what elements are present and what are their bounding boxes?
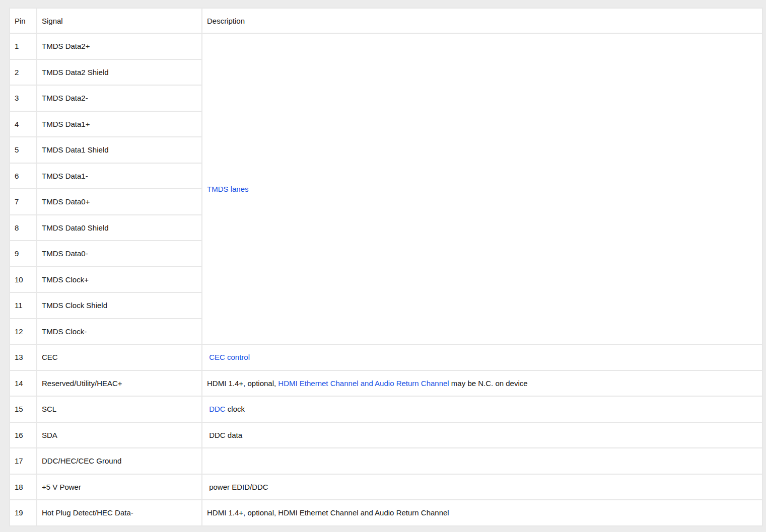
pin-cell: 4	[10, 111, 37, 137]
table-row: 14Reserved/Utility/HEAC+HDMI 1.4+, optio…	[10, 370, 762, 397]
signal-cell: TMDS Data0+	[37, 189, 202, 215]
description-cell: power EDID/DDC	[202, 474, 762, 500]
column-header-description: Description	[202, 8, 762, 33]
pin-cell: 8	[10, 215, 37, 241]
signal-cell: TMDS Data0-	[37, 241, 202, 267]
table-row: 19Hot Plug Detect/HEC Data-HDMI 1.4+, op…	[10, 500, 762, 526]
pin-cell: 16	[10, 422, 37, 448]
signal-cell: TMDS Data1 Shield	[37, 137, 202, 163]
pin-cell: 6	[10, 163, 37, 189]
description-cell: DDC clock	[202, 396, 762, 422]
hdmi-pinout-table: Pin Signal Description 1TMDS Data2+TMDS …	[9, 8, 763, 526]
description-text: may be N.C. on device	[449, 379, 528, 388]
tmds-lanes-link[interactable]: TMDS lanes	[207, 185, 249, 193]
pin-cell: 2	[10, 59, 37, 86]
table-row: 1TMDS Data2+TMDS lanes	[10, 33, 762, 59]
signal-cell: SDA	[37, 422, 202, 448]
signal-cell: SCL	[37, 396, 202, 422]
description-cell: DDC data	[202, 422, 762, 448]
ddc-link[interactable]: DDC	[209, 405, 226, 413]
pin-cell: 5	[10, 137, 37, 163]
column-header-signal: Signal	[37, 8, 202, 33]
pin-cell: 9	[10, 241, 37, 267]
column-header-pin: Pin	[10, 8, 37, 33]
description-cell: TMDS lanes	[202, 33, 762, 344]
pin-cell: 1	[10, 33, 37, 59]
table-row: 17DDC/HEC/CEC Ground	[10, 448, 762, 474]
description-text: HDMI 1.4+, optional,	[207, 379, 278, 388]
pin-cell: 3	[10, 85, 37, 111]
pin-cell: 17	[10, 448, 37, 474]
description-cell: HDMI 1.4+, optional, HDMI Ethernet Chann…	[202, 370, 762, 397]
description-text: HDMI 1.4+, optional, HDMI Ethernet Chann…	[207, 508, 449, 517]
description-text: DDC data	[207, 431, 242, 439]
table-row: 16SDA DDC data	[10, 422, 762, 448]
hec-arc-link[interactable]: HDMI Ethernet Channel and Audio Return C…	[278, 379, 449, 388]
signal-cell: TMDS Clock-	[37, 319, 202, 345]
signal-cell: +5 V Power	[37, 474, 202, 500]
description-text: clock	[226, 405, 245, 413]
description-text: power EDID/DDC	[207, 483, 268, 491]
signal-cell: Hot Plug Detect/HEC Data-	[37, 500, 202, 526]
signal-cell: TMDS Data1-	[37, 163, 202, 189]
pin-cell: 13	[10, 344, 37, 370]
table-row: 13CEC CEC control	[10, 344, 762, 370]
signal-cell: TMDS Clock+	[37, 267, 202, 293]
signal-cell: TMDS Data2 Shield	[37, 59, 202, 86]
pin-cell: 14	[10, 370, 37, 397]
signal-cell: TMDS Data2-	[37, 85, 202, 111]
signal-cell: CEC	[37, 344, 202, 370]
pin-cell: 12	[10, 319, 37, 345]
pin-cell: 19	[10, 500, 37, 526]
cec-control-link[interactable]: CEC control	[209, 353, 250, 361]
table-row: 18+5 V Power power EDID/DDC	[10, 474, 762, 500]
pin-cell: 11	[10, 292, 37, 319]
description-cell	[202, 448, 762, 474]
pin-cell: 7	[10, 189, 37, 215]
description-cell: CEC control	[202, 344, 762, 370]
description-cell: HDMI 1.4+, optional, HDMI Ethernet Chann…	[202, 500, 762, 526]
signal-cell: Reserved/Utility/HEAC+	[37, 370, 202, 397]
signal-cell: DDC/HEC/CEC Ground	[37, 448, 202, 474]
signal-cell: TMDS Clock Shield	[37, 292, 202, 319]
signal-cell: TMDS Data1+	[37, 111, 202, 137]
pin-cell: 15	[10, 396, 37, 422]
header-row: Pin Signal Description	[10, 8, 762, 33]
signal-cell: TMDS Data2+	[37, 33, 202, 59]
pin-cell: 18	[10, 474, 37, 500]
table-body: 1TMDS Data2+TMDS lanes2TMDS Data2 Shield…	[10, 33, 762, 526]
table-header: Pin Signal Description	[10, 8, 762, 33]
pin-cell: 10	[10, 267, 37, 293]
signal-cell: TMDS Data0 Shield	[37, 215, 202, 241]
table-row: 15SCL DDC clock	[10, 396, 762, 422]
